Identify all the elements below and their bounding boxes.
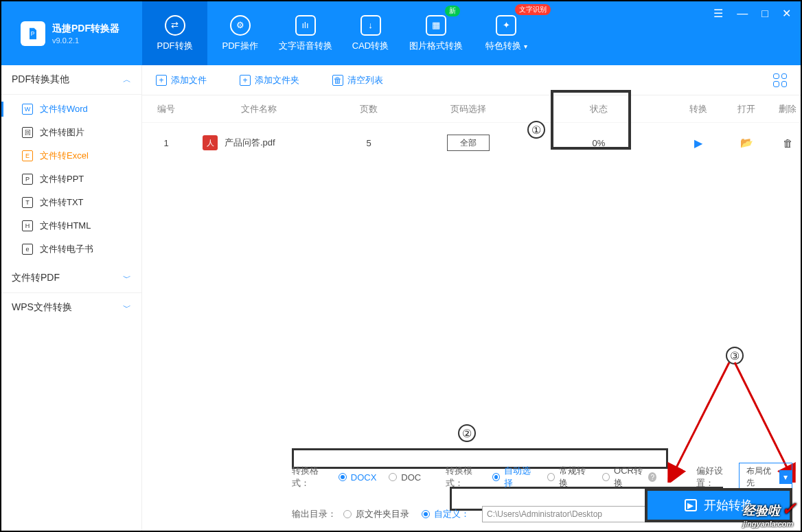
mode-auto-radio[interactable]: 自动选择	[492, 465, 535, 489]
format-docx-radio[interactable]: DOCX	[339, 472, 377, 483]
col-name: 文件名称	[190, 103, 328, 115]
sidebar-items: W 文件转Word 回 文件转图片 E 文件转Excel P 文件转PPT T	[1, 95, 141, 264]
brand-block: P 迅捷PDF转换器 v9.0.2.1	[1, 1, 142, 65]
sidebar-item-to-txt[interactable]: T 文件转TXT	[1, 191, 141, 214]
col-delete: 删除	[767, 103, 802, 115]
cell-convert: ▶	[671, 137, 726, 150]
tab-special-convert[interactable]: ✦ 特色转换▾ 文字识别	[468, 1, 544, 65]
image-file-icon: 回	[22, 127, 33, 138]
preference-block: 偏好设置： 布局优先 ▾	[696, 463, 792, 491]
sidebar-item-label: 文件转HTML	[40, 220, 91, 232]
ppt-icon: P	[22, 174, 33, 185]
svg-text:P: P	[31, 30, 35, 37]
table-row: 1 人 产品问答.pdf 5 全部 0% ▶ 📂 🗑 ⋮	[142, 123, 801, 163]
cell-status: 0%	[527, 138, 671, 148]
chevron-down-icon: ﹀	[123, 273, 131, 284]
app-window: P 迅捷PDF转换器 v9.0.2.1 ⇄ PDF转换 ⚙ PDF操作 ılı …	[0, 0, 802, 532]
tab-pdf-operate[interactable]: ⚙ PDF操作	[207, 1, 273, 65]
col-convert: 转换	[671, 103, 726, 115]
col-open: 打开	[726, 103, 767, 115]
menu-button[interactable]: ☰	[713, 8, 723, 19]
sidebar-section-wps[interactable]: WPS文件转换 ﹀	[1, 293, 141, 322]
toolbar: + 添加文件 + 添加文件夹 🗑 清空列表	[142, 65, 801, 95]
output-label: 输出目录：	[292, 508, 336, 520]
sidebar-section-pdf-to-other[interactable]: PDF转换其他 ︿	[1, 65, 141, 95]
word-icon: W	[22, 104, 33, 115]
mode-ocr-radio[interactable]: OCR转换?	[602, 465, 656, 489]
col-index: 编号	[142, 103, 190, 115]
cell-open: 📂	[726, 137, 767, 149]
html-icon: H	[22, 220, 33, 231]
view-grid-toggle[interactable]	[773, 73, 787, 87]
top-nav: ⇄ PDF转换 ⚙ PDF操作 ılı 文字语音转换 ↓ CAD转换 ▦ 图片格…	[142, 1, 544, 65]
cell-pages: 5	[328, 138, 410, 148]
help-icon[interactable]: ?	[648, 472, 656, 482]
cell-page-select: 全部	[410, 137, 527, 149]
trash-icon[interactable]: 🗑	[783, 137, 793, 149]
start-convert-button[interactable]: ▸ 开始转换	[645, 488, 792, 522]
txt-icon: T	[22, 197, 33, 208]
output-path-input[interactable]	[482, 506, 647, 522]
format-doc-radio[interactable]: DOC	[389, 472, 421, 483]
annotation-marker-3: ③	[726, 347, 744, 365]
app-title: 迅捷PDF转换器	[52, 23, 119, 35]
col-page-select: 页码选择	[410, 103, 527, 115]
sidebar-item-to-ppt[interactable]: P 文件转PPT	[1, 167, 141, 191]
add-file-button[interactable]: + 添加文件	[156, 74, 207, 86]
play-icon[interactable]: ▶	[694, 137, 702, 149]
table-header: 编号 文件名称 页数 页码选择 状态 转换 打开 删除 更多	[142, 95, 801, 123]
sidebar: PDF转换其他 ︿ W 文件转Word 回 文件转图片 E 文件转Excel P	[1, 65, 142, 531]
tab-pdf-convert[interactable]: ⇄ PDF转换	[142, 1, 207, 65]
sidebar-item-to-excel[interactable]: E 文件转Excel	[1, 144, 141, 167]
mode-label: 转换模式：	[446, 465, 485, 489]
badge-ocr: 文字识别	[515, 4, 551, 15]
clear-list-button[interactable]: 🗑 清空列表	[332, 74, 383, 86]
tab-text-speech[interactable]: ılı 文字语音转换	[273, 1, 338, 65]
chevron-down-icon: ▾	[524, 43, 527, 50]
window-controls: ☰ — □ ✕	[713, 8, 791, 19]
sidebar-item-to-word[interactable]: W 文件转Word	[1, 97, 141, 121]
add-folder-button[interactable]: + 添加文件夹	[240, 74, 299, 86]
chevron-up-icon: ︿	[123, 74, 131, 86]
sidebar-section-to-pdf[interactable]: 文件转PDF ﹀	[1, 264, 141, 293]
cell-index: 1	[142, 138, 190, 148]
image-icon: ▦	[426, 15, 446, 36]
cell-filename: 人 产品问答.pdf	[190, 135, 328, 150]
mode-normal-radio[interactable]: 常规转换	[547, 465, 590, 489]
output-custom-radio[interactable]: 自定义：	[422, 508, 470, 520]
badge-new: 新	[445, 5, 460, 16]
folder-open-icon[interactable]: 📂	[740, 137, 753, 148]
maximize-button[interactable]: □	[761, 8, 768, 19]
sidebar-item-label: 文件转TXT	[40, 196, 84, 209]
sidebar-item-label: 文件转Word	[40, 103, 88, 115]
svg-line-1	[672, 362, 729, 476]
output-same-radio[interactable]: 原文件夹目录	[343, 508, 409, 520]
plus-icon: +	[240, 75, 251, 86]
play-box-icon: ▸	[685, 499, 697, 511]
col-pages: 页数	[328, 103, 410, 115]
settings-row-1: 转换格式： DOCX DOC 转换模式： 自动选择 常规转换 OCR转换? 偏好…	[292, 463, 792, 491]
annotation-marker-2: ②	[458, 424, 476, 442]
minimize-button[interactable]: —	[737, 8, 748, 19]
sidebar-item-to-html[interactable]: H 文件转HTML	[1, 214, 141, 238]
sidebar-item-label: 文件转图片	[40, 126, 84, 139]
star-icon: ✦	[496, 15, 516, 36]
ebook-icon: e	[22, 244, 33, 255]
trash-icon: 🗑	[332, 75, 343, 86]
sidebar-item-to-ebook[interactable]: e 文件转电子书	[1, 238, 141, 261]
swap-icon: ⇄	[165, 15, 185, 36]
tab-cad-convert[interactable]: ↓ CAD转换	[338, 1, 403, 65]
tab-image-convert[interactable]: ▦ 图片格式转换 新	[403, 1, 468, 65]
pref-dropdown[interactable]: 布局优先 ▾	[739, 463, 792, 491]
body-area: PDF转换其他 ︿ W 文件转Word 回 文件转图片 E 文件转Excel P	[1, 65, 801, 531]
pdf-file-icon: 人	[203, 135, 218, 150]
svg-line-2	[735, 362, 791, 476]
sidebar-item-label: 文件转Excel	[40, 150, 89, 162]
page-select-button[interactable]: 全部	[447, 135, 490, 151]
header-bar: P 迅捷PDF转换器 v9.0.2.1 ⇄ PDF转换 ⚙ PDF操作 ılı …	[1, 1, 801, 65]
sidebar-item-to-image[interactable]: 回 文件转图片	[1, 121, 141, 144]
sidebar-item-label: 文件转电子书	[40, 243, 93, 255]
close-button[interactable]: ✕	[782, 8, 791, 19]
app-version: v9.0.2.1	[52, 36, 119, 45]
main-panel: + 添加文件 + 添加文件夹 🗑 清空列表 编号 文件名称	[142, 65, 801, 531]
